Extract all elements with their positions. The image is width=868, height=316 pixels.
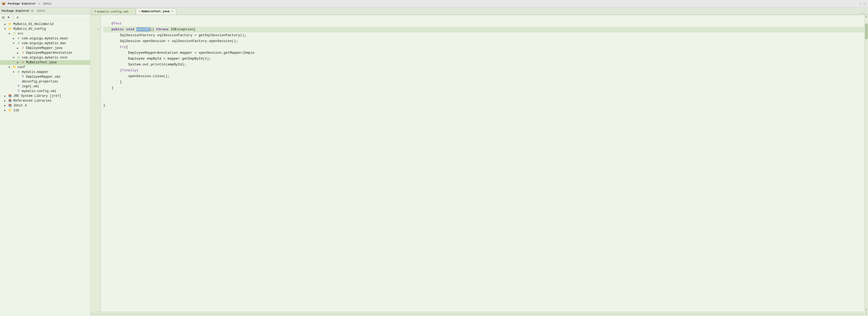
gutter-line-3: ◁: [90, 27, 101, 32]
sidebar-title: Package Explorer: [2, 9, 30, 12]
tab-mybatisconfig-label: mybatis-config.xml: [97, 10, 129, 13]
code-line-16: }: [103, 103, 864, 108]
code-line-10: }finally{: [103, 68, 864, 73]
minimize-editor-icon[interactable]: —: [860, 11, 862, 14]
tab-mybatisconfig[interactable]: X mybatis-config.xml ×: [91, 8, 135, 14]
scroll-down-icon[interactable]: ▼: [866, 309, 867, 311]
properties-icon: ▫: [17, 80, 21, 84]
editor-area: X mybatis-config.xml × J MyBatisTest.jav…: [90, 7, 868, 316]
tab-mybatistest[interactable]: J MyBatisTest.java ×: [136, 8, 176, 14]
xml-icon-log4j: X: [17, 85, 21, 88]
gutter-line-12: [90, 79, 101, 85]
gutter-line-10: [90, 68, 101, 73]
package-explorer-icon: 📦: [2, 2, 6, 6]
top-bar: 📦 Package Explorer ⊠ JUnit — □: [0, 0, 868, 7]
hscroll-right-icon[interactable]: >: [865, 313, 867, 315]
code-line-15: [103, 97, 864, 103]
view-menu-button[interactable]: ▼: [16, 16, 20, 20]
lib-folder-icon: 📁: [8, 108, 12, 112]
editor-scrollbar: ▲ ▼: [864, 15, 868, 312]
gutter-line-7: [90, 50, 101, 56]
xml-icon-mybatisconfig: X: [17, 89, 21, 93]
tree-item-lib[interactable]: ▶ 📁 lib: [0, 108, 90, 113]
tree-item-employeemapper[interactable]: ▶ J EmployeeMapper.java: [0, 46, 90, 51]
sidebar-badge: ⊠: [31, 9, 33, 12]
tree-item-src[interactable]: ▼ ⬡ src: [0, 31, 90, 36]
code-line-9: System.out.println(empById);: [103, 62, 864, 68]
tree-item-mapper[interactable]: ▼ ⊞ mybatis.mapper: [0, 70, 90, 74]
maximize-editor-icon[interactable]: □: [863, 11, 865, 14]
scroll-up-icon[interactable]: ▲: [866, 15, 867, 18]
toolbar-separator: |: [12, 15, 14, 20]
tab-separator: ⊠: [38, 2, 40, 5]
gutter-line-14: [90, 91, 101, 97]
junit4-icon: 📚: [8, 104, 12, 107]
junit-tab-label[interactable]: JUnit: [43, 2, 52, 5]
code-line-1: [103, 15, 864, 21]
package-icon-test: ⊞: [17, 56, 21, 60]
main-layout: Package Explorer ⊠ JUnit ▤ ❖ | ▼ ▶ 📁 MyB…: [0, 7, 868, 316]
java-icon-annotation: J: [21, 51, 25, 55]
tree-item-mybatistest[interactable]: ▶ J MyBatisTest.java: [0, 60, 90, 65]
gutter-line-11: [90, 73, 101, 79]
tree-item-mybatis02[interactable]: ▼ 📁 MyBatis_02_config: [0, 27, 90, 31]
code-line-14: [103, 91, 864, 97]
code-content[interactable]: @Test public void test02() throws IOExce…: [101, 15, 864, 312]
tree-item-jre[interactable]: ▶ 📚 JRE System Library [jre7]: [0, 94, 90, 98]
code-line-2: @Test: [103, 21, 864, 27]
scrollbar-thumb[interactable]: [865, 23, 868, 39]
tree-item-dbconfig[interactable]: ▫ dbconfig.properties: [0, 79, 90, 84]
code-line-11: openSession.close();: [103, 73, 864, 79]
gutter-line-16: [90, 103, 101, 108]
xml-tab-icon: X: [94, 10, 96, 13]
tree-item-bean[interactable]: ▶ ⊞ com.atguigu.mybatis.bean: [0, 36, 90, 41]
reflibs-icon: 📚: [8, 99, 12, 103]
tree-item-reflibs[interactable]: ▶ 📚 Referenced Libraries: [0, 98, 90, 103]
gutter-line-6: [90, 44, 101, 50]
tab-mybatistest-close[interactable]: ×: [172, 10, 174, 13]
java-icon-employeemapper: J: [21, 46, 25, 50]
java-tab-icon: J: [139, 10, 141, 13]
package-icon-bean: ⊞: [17, 37, 21, 40]
sidebar-toolbar: ▤ ❖ | ▼: [0, 14, 90, 21]
tree-item-mybatis01[interactable]: ▶ 📁 MyBatis_01_HelloWorld: [0, 22, 90, 27]
hscroll-track[interactable]: [94, 313, 864, 315]
folder-icon-mapper: ⊞: [17, 70, 21, 74]
code-line-4: SqlSessionFactory sqlSessionFactory = ge…: [103, 32, 864, 38]
java-icon-mybatistest: J: [21, 61, 25, 64]
gutter-line-8: [90, 56, 101, 62]
minimize-icon[interactable]: —: [859, 2, 862, 5]
sidebar: Package Explorer ⊠ JUnit ▤ ❖ | ▼ ▶ 📁 MyB…: [0, 7, 90, 316]
sidebar-tree: ▶ 📁 MyBatis_01_HelloWorld ▼ 📁 MyBatis_02…: [0, 21, 90, 316]
package-explorer-title: Package Explorer: [8, 2, 36, 5]
gutter-line-13: [90, 85, 101, 91]
tree-item-mybatisconfig[interactable]: X mybatis-config.xml: [0, 89, 90, 94]
collapse-all-button[interactable]: ▤: [1, 15, 5, 20]
code-line-6: try{: [103, 44, 864, 50]
hscroll-left-icon[interactable]: <: [91, 313, 93, 315]
sidebar-junit-tab[interactable]: JUnit: [37, 9, 45, 12]
gutter-line-9: [90, 62, 101, 68]
tab-mybatisconfig-close[interactable]: ×: [131, 10, 132, 13]
tree-item-conf[interactable]: ▼ 📁 conf: [0, 65, 90, 70]
editor-tab-icons: — □: [860, 11, 867, 14]
gutter-line-5: [90, 38, 101, 44]
tree-item-test-pkg[interactable]: ▼ ⊞ com.atguigu.mybatis.test: [0, 55, 90, 60]
src-folder-icon: ⬡: [12, 32, 17, 36]
code-editor: ◁ @Test public void test02(: [90, 15, 868, 312]
code-line-13: }: [103, 85, 864, 91]
maximize-icon[interactable]: □: [863, 2, 866, 5]
link-editor-button[interactable]: ❖: [6, 15, 11, 20]
folder-icon-conf: 📁: [12, 65, 17, 69]
tree-item-employeemapperannotation[interactable]: ▶ J EmployeeMapperAnnotation: [0, 51, 90, 55]
tree-item-dao[interactable]: ▼ ⊞ com.atguigu.mybatis.dao: [0, 41, 90, 46]
tree-item-junit4[interactable]: ▶ 📚 JUnit 4: [0, 103, 90, 108]
tree-item-employeemapper-xml[interactable]: X EmployeeMapper.xml: [0, 74, 90, 79]
xml-icon-employeemapper: X: [21, 75, 25, 79]
code-line-3: public void test02() throws IOException{: [103, 27, 864, 32]
jre-icon: 📚: [8, 94, 12, 98]
gutter-line-2: [90, 21, 101, 27]
line-gutter: ◁: [90, 15, 101, 312]
tree-item-log4j[interactable]: X log4j.xml: [0, 84, 90, 89]
folder-icon-mybatis02: 📁: [8, 27, 12, 31]
